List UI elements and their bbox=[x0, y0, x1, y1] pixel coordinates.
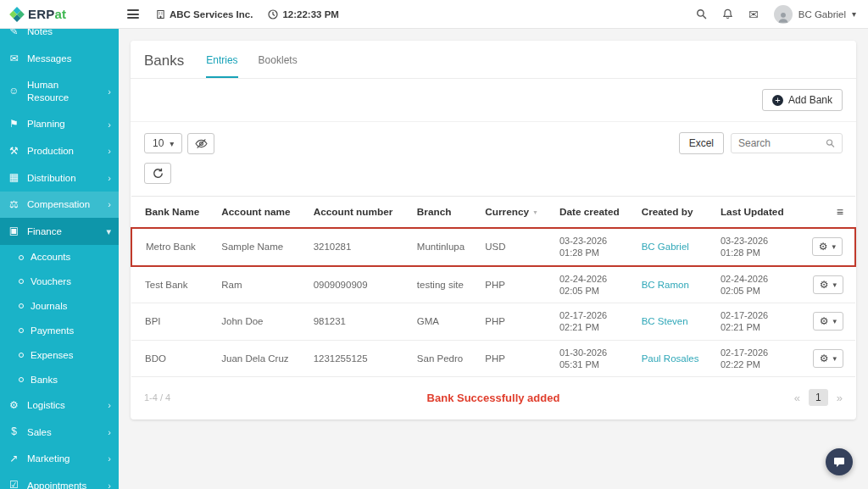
sidebar-item-distribution[interactable]: ▦ Distribution › bbox=[0, 164, 119, 192]
clock: 12:22:33 PM bbox=[268, 9, 338, 19]
col-bank-name[interactable]: Bank Name bbox=[131, 197, 214, 229]
cell-bank-name: Metro Bank bbox=[131, 228, 214, 266]
sidebar-item-messages[interactable]: ✉ Messages bbox=[0, 46, 119, 73]
col-branch[interactable]: Branch bbox=[410, 197, 478, 229]
add-bank-button[interactable]: + Add Bank bbox=[762, 89, 843, 111]
brand-text: ERPat bbox=[28, 7, 66, 21]
bell-icon[interactable] bbox=[722, 8, 733, 19]
search-icon[interactable] bbox=[696, 8, 707, 19]
sidebar-item-human-resource[interactable]: ☺ Human Resource › bbox=[0, 72, 119, 111]
sidebar-item-compensation[interactable]: ⚖ Compensation › bbox=[0, 192, 119, 219]
eye-slash-icon bbox=[195, 138, 208, 149]
brand-logo[interactable]: ERPat bbox=[0, 6, 119, 23]
date: 01-30-2026 bbox=[559, 347, 628, 358]
sidebar-item-payments[interactable]: Payments bbox=[0, 319, 119, 343]
row-actions-button[interactable]: ⚙▾ bbox=[813, 312, 843, 331]
chat-fab-button[interactable] bbox=[826, 448, 853, 475]
bullet-icon bbox=[19, 377, 24, 382]
refresh-button[interactable] bbox=[144, 163, 171, 184]
clock-time: 12:22:33 PM bbox=[282, 9, 338, 19]
time: 02:22 PM bbox=[721, 358, 793, 370]
col-date-created[interactable]: Date created bbox=[553, 197, 635, 229]
created-by-link[interactable]: BC Ramon bbox=[642, 280, 689, 290]
date: 02-17-2026 bbox=[721, 347, 793, 358]
next-page-button[interactable]: » bbox=[837, 392, 843, 404]
col-menu[interactable]: ≡ bbox=[799, 197, 855, 229]
cell-currency: USD bbox=[478, 228, 553, 266]
chevron-right-icon: › bbox=[106, 86, 111, 97]
chat-icon bbox=[832, 455, 846, 469]
cell-account-name: Ram bbox=[214, 266, 306, 303]
sidebar-item-label: Distribution bbox=[27, 172, 99, 185]
gear-icon: ⚙ bbox=[820, 279, 829, 291]
compensation-icon: ⚖ bbox=[8, 198, 20, 212]
time: 01:28 PM bbox=[559, 247, 628, 258]
main-content: Banks Entries Booklets + Add Bank 10 ▾ bbox=[119, 29, 868, 489]
sidebar-item-finance[interactable]: ▣ Finance ▾ bbox=[0, 218, 119, 245]
page-size-select[interactable]: 10 ▾ bbox=[144, 133, 182, 153]
cell-currency: PHP bbox=[478, 340, 553, 377]
user-menu[interactable]: BC Gabriel ▾ bbox=[774, 5, 856, 24]
cell-created-by: BC Gabriel bbox=[635, 228, 714, 266]
sidebar-item-planning[interactable]: ⚑ Planning › bbox=[0, 111, 119, 138]
col-currency[interactable]: Currency▼ bbox=[478, 197, 553, 229]
toggle-columns-button[interactable] bbox=[187, 133, 214, 154]
person-icon bbox=[776, 10, 790, 24]
row-actions-button[interactable]: ⚙▾ bbox=[813, 275, 843, 294]
cell-last-updated: 02-17-202602:21 PM bbox=[714, 303, 799, 341]
cell-account-number: 0909090909 bbox=[307, 266, 410, 303]
date: 03-23-2026 bbox=[721, 235, 793, 247]
sidebar-item-journals[interactable]: Journals bbox=[0, 294, 119, 319]
sidebar-item-label: Journals bbox=[31, 300, 111, 313]
sales-icon: $ bbox=[8, 425, 20, 439]
cell-date-created: 02-24-202602:05 PM bbox=[553, 266, 635, 303]
refresh-row bbox=[131, 154, 856, 196]
excel-export-button[interactable]: Excel bbox=[679, 132, 724, 154]
table-search bbox=[731, 133, 843, 153]
sidebar-item-vouchers[interactable]: Vouchers bbox=[0, 270, 119, 294]
gear-icon: ⚙ bbox=[820, 353, 829, 364]
menu-toggle-icon[interactable] bbox=[125, 6, 141, 23]
sidebar-item-label: Planning bbox=[27, 118, 99, 131]
bullet-icon bbox=[19, 255, 24, 260]
row-actions-button[interactable]: ⚙▾ bbox=[812, 237, 843, 256]
chevron-right-icon: › bbox=[106, 453, 111, 464]
col-created-by[interactable]: Created by bbox=[635, 197, 714, 229]
sidebar-item-accounts[interactable]: Accounts bbox=[0, 245, 119, 270]
cell-branch: San Pedro bbox=[410, 340, 478, 377]
sidebar-item-logistics[interactable]: ⚙ Logistics › bbox=[0, 392, 119, 420]
tab-entries[interactable]: Entries bbox=[206, 54, 237, 78]
search-input[interactable] bbox=[738, 137, 826, 149]
created-by-link[interactable]: BC Gabriel bbox=[642, 242, 689, 252]
cell-account-name: Sample Name bbox=[214, 228, 306, 266]
gear-icon: ⚙ bbox=[820, 315, 829, 327]
sidebar-item-expenses[interactable]: Expenses bbox=[0, 343, 119, 368]
created-by-link[interactable]: BC Steven bbox=[642, 316, 688, 326]
sidebar-item-appointments[interactable]: ☑ Appointments › bbox=[0, 472, 119, 489]
col-account-name[interactable]: Account name bbox=[214, 197, 306, 229]
plus-icon: + bbox=[772, 95, 783, 106]
page-size-value: 10 bbox=[153, 137, 164, 149]
sidebar-item-sales[interactable]: $ Sales › bbox=[0, 419, 119, 446]
mail-icon[interactable]: ✉ bbox=[748, 8, 759, 20]
sidebar-item-banks[interactable]: Banks bbox=[0, 368, 119, 392]
col-account-number[interactable]: Account number bbox=[307, 197, 410, 229]
refresh-icon bbox=[153, 168, 164, 179]
company-selector[interactable]: ABC Services Inc. bbox=[156, 9, 253, 19]
cell-branch: testing site bbox=[410, 266, 478, 303]
page-number[interactable]: 1 bbox=[809, 389, 828, 406]
planning-icon: ⚑ bbox=[8, 118, 20, 131]
right-controls: Excel bbox=[679, 132, 843, 154]
row-actions-button[interactable]: ⚙▾ bbox=[813, 349, 843, 368]
tab-booklets[interactable]: Booklets bbox=[259, 54, 298, 78]
cell-actions: ⚙▾ bbox=[799, 266, 855, 303]
prev-page-button[interactable]: « bbox=[794, 392, 800, 404]
sidebar-item-notes[interactable]: ✎ Notes bbox=[0, 29, 119, 46]
col-last-updated[interactable]: Last Updated bbox=[714, 197, 799, 229]
success-message: Bank Successfully added bbox=[131, 392, 856, 404]
sidebar-item-production[interactable]: ⚒ Production › bbox=[0, 138, 119, 165]
users-icon: ☺ bbox=[8, 85, 20, 98]
sidebar-item-marketing[interactable]: ↗ Marketing › bbox=[0, 446, 119, 473]
created-by-link[interactable]: Paul Rosales bbox=[642, 353, 699, 364]
cell-last-updated: 02-17-202602:22 PM bbox=[714, 340, 799, 377]
